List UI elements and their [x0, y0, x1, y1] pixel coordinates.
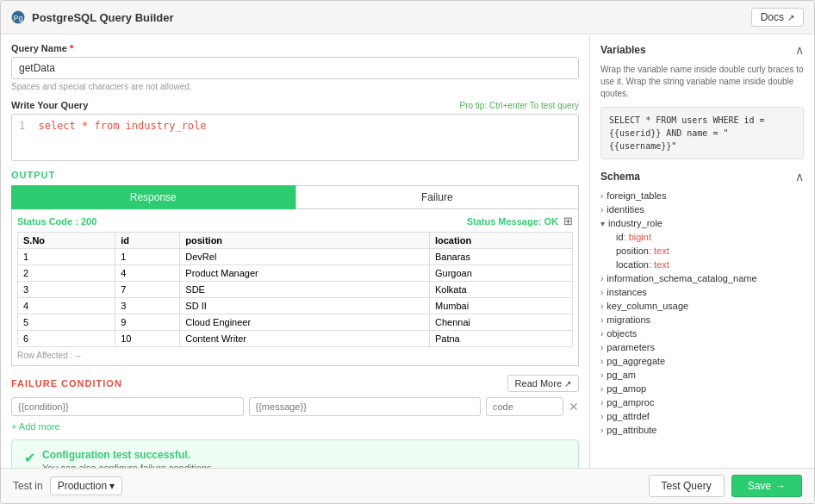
failure-inputs-row: ✕: [11, 397, 579, 416]
production-dropdown[interactable]: Production ▾: [50, 476, 122, 495]
tree-arrow-icon: ›: [600, 370, 603, 380]
tree-item[interactable]: ›foreign_tables: [600, 189, 804, 202]
tree-item[interactable]: ›pg_attribute: [600, 423, 804, 437]
status-code: Status Code : 200: [17, 216, 96, 227]
tree-arrow-icon: ›: [600, 191, 603, 201]
tree-label: foreign_tables: [607, 190, 666, 201]
tree-item[interactable]: ›pg_aggregate: [600, 354, 804, 368]
success-title: Configuration test successful.: [42, 449, 212, 461]
tree-label: pg_attrdef: [607, 411, 650, 421]
write-query-header: Write Your Query Pro tip: Ctrl+enter To …: [11, 100, 579, 110]
window-title: PostgreSQL Query Builder: [32, 11, 744, 24]
status-message: Status Message: OK: [467, 216, 558, 227]
tree-item[interactable]: ›pg_amproc: [600, 395, 804, 409]
tree-arrow-icon: ›: [600, 329, 603, 339]
tree-item[interactable]: ›key_column_usage: [600, 299, 804, 313]
save-button[interactable]: Save →: [731, 475, 802, 497]
tree-label: pg_amop: [607, 383, 646, 394]
svg-text:Pg: Pg: [13, 14, 22, 22]
titlebar: Pg PostgreSQL Query Builder Docs ↗: [1, 1, 814, 34]
tree-item[interactable]: ›pg_amop: [600, 382, 804, 395]
tree-item[interactable]: ›pg_am: [600, 368, 804, 382]
table-row: 43SD IIMumbai: [18, 298, 573, 314]
variables-header: Variables ∧: [600, 43, 804, 57]
docs-button[interactable]: Docs ↗: [751, 8, 804, 27]
status-msg-area: Status Message: OK ⊞: [467, 215, 573, 227]
message-input[interactable]: [249, 397, 482, 416]
tree-item[interactable]: id: bigint: [600, 230, 804, 244]
read-more-button[interactable]: Read More ↗: [507, 375, 579, 392]
query-name-hint: Spaces and special characters are not al…: [11, 82, 579, 91]
tree-label: information_schema_catalog_name: [607, 273, 756, 283]
tree-label: key_column_usage: [607, 301, 688, 311]
col-location: location: [429, 233, 572, 249]
query-name-input[interactable]: [11, 57, 579, 79]
close-button[interactable]: ✕: [569, 400, 579, 414]
main-content: Query Name * Spaces and special characte…: [1, 34, 814, 468]
tree-arrow-icon: ›: [600, 343, 603, 352]
tree-item[interactable]: location: text: [600, 258, 804, 271]
tree-item[interactable]: ›information_schema_catalog_name: [600, 271, 804, 285]
collapse-button[interactable]: ∧: [795, 43, 804, 57]
tree-type: : bigint: [624, 232, 651, 242]
right-panel: Variables ∧ Wrap the variable name insid…: [590, 34, 814, 468]
line-number: 1: [19, 120, 25, 132]
tree-arrow-icon: ›: [600, 398, 603, 408]
tree-item[interactable]: ▾industry_role: [600, 216, 804, 230]
schema-header: Schema ∧: [600, 170, 804, 184]
production-label: Production: [58, 480, 107, 492]
result-table-body: 11DevRelBanaras24Product ManagerGurgoan3…: [18, 249, 573, 347]
tree-item[interactable]: ›instances: [600, 285, 804, 299]
tab-failure[interactable]: Failure: [296, 185, 580, 209]
schema-collapse-button[interactable]: ∧: [795, 170, 804, 184]
tab-response[interactable]: Response: [11, 185, 296, 209]
tree-label: pg_attribute: [607, 425, 656, 435]
tree-item[interactable]: ›migrations: [600, 313, 804, 327]
tree-arrow-icon: ›: [600, 357, 603, 366]
footer: Test in Production ▾ Test Query Save →: [1, 468, 814, 503]
tree-item[interactable]: ›parameters: [600, 340, 804, 354]
sql-editor[interactable]: 1 select * from industry_role: [11, 114, 579, 161]
tree-arrow-icon: ›: [600, 315, 603, 325]
test-in-label: Test in: [13, 480, 43, 492]
variables-example: SELECT * FROM users WHERE id = {{userid}…: [600, 107, 804, 159]
main-window: Pg PostgreSQL Query Builder Docs ↗ Query…: [0, 0, 815, 504]
success-content: Configuration test successful. You can a…: [42, 449, 212, 468]
header-row: S.No id position location: [18, 233, 573, 249]
tree-label: position: [616, 246, 649, 256]
tree-label: parameters: [607, 342, 655, 352]
tree-arrow-icon: ›: [600, 412, 603, 421]
tree-label: pg_am: [607, 370, 636, 380]
tree-arrow-icon: ›: [600, 274, 603, 283]
tree-item[interactable]: ›objects: [600, 327, 804, 340]
tree-label: pg_amproc: [607, 397, 654, 408]
test-query-button[interactable]: Test Query: [649, 475, 725, 497]
col-id: id: [115, 233, 180, 249]
table-row: 11DevRelBanaras: [18, 249, 573, 265]
tree-label: instances: [607, 287, 646, 297]
variables-title: Variables: [600, 44, 646, 56]
add-more-link[interactable]: + Add more: [11, 421, 60, 432]
required-mark: *: [70, 43, 73, 53]
tree-item[interactable]: ›identities: [600, 202, 804, 216]
schema-tree: ›foreign_tables›identities▾industry_role…: [600, 189, 804, 437]
success-icon: ✔: [24, 450, 35, 466]
condition-input[interactable]: [11, 397, 244, 416]
table-row: 24Product ManagerGurgoan: [18, 265, 573, 282]
tree-item[interactable]: position: text: [600, 244, 804, 258]
pro-tip: Pro tip: Ctrl+enter To test query: [460, 101, 580, 110]
tree-label: identities: [607, 204, 644, 215]
tree-label: pg_aggregate: [607, 356, 665, 366]
save-arrow-icon: →: [775, 480, 786, 492]
left-panel: Query Name * Spaces and special characte…: [1, 34, 590, 468]
external-link-icon: ↗: [787, 13, 794, 22]
status-row: Status Code : 200 Status Message: OK ⊞: [17, 215, 573, 227]
output-tabs: Response Failure: [11, 185, 579, 209]
copy-table-icon[interactable]: ⊞: [563, 215, 573, 227]
tree-type: : text: [649, 259, 669, 270]
failure-label: FAILURE CONDITION: [11, 378, 122, 389]
code-input[interactable]: [486, 397, 563, 416]
dropdown-arrow-icon: ▾: [109, 480, 115, 492]
status-msg-value: OK: [544, 216, 559, 227]
tree-item[interactable]: ›pg_attrdef: [600, 409, 804, 423]
